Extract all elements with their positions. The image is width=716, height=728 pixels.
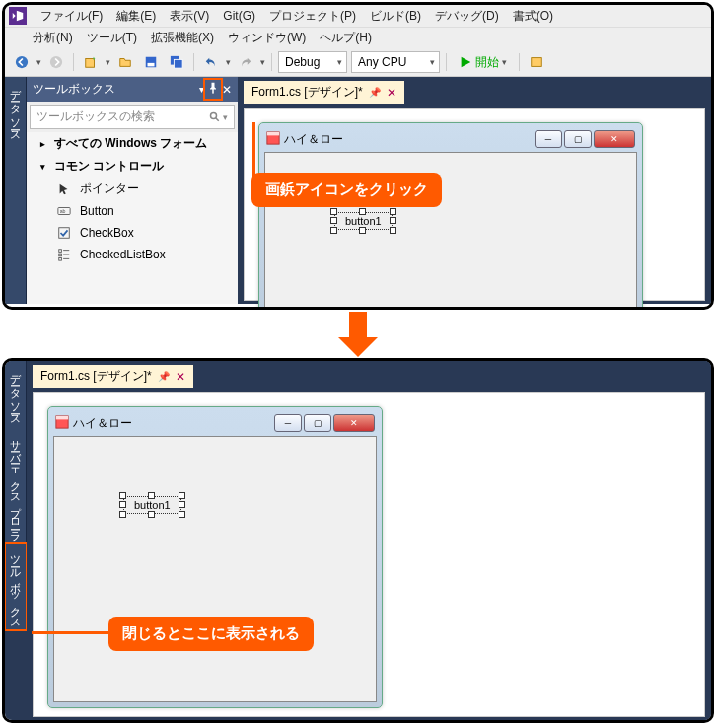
- window-close-button[interactable]: ✕: [594, 130, 635, 148]
- designer-button1[interactable]: button1: [123, 496, 181, 514]
- menu-bar-row2: 分析(N) ツール(T) 拡張機能(X) ウィンドウ(W) ヘルプ(H): [5, 28, 711, 48]
- svg-rect-2: [86, 59, 95, 68]
- menu-bar-row1: ファイル(F) 編集(E) 表示(V) Git(G) プロジェクト(P) ビルド…: [5, 5, 711, 28]
- tab-pin-icon[interactable]: 📌: [158, 371, 170, 382]
- designer-surface[interactable]: ハイ＆ロー ─ ▢ ✕ button1: [33, 392, 705, 717]
- tab-close-icon[interactable]: ✕: [176, 370, 185, 384]
- close-icon[interactable]: ✕: [222, 83, 232, 97]
- undo-button[interactable]: [200, 51, 222, 73]
- svg-point-8: [211, 112, 217, 118]
- maximize-button[interactable]: ▢: [564, 130, 592, 148]
- document-tab-form1[interactable]: Form1.cs [デザイン]* 📌 ✕: [33, 365, 193, 388]
- nav-fwd-button[interactable]: [45, 51, 67, 73]
- config-combo[interactable]: Debug: [278, 51, 347, 73]
- document-tab-form1[interactable]: Form1.cs [デザイン]* 📌 ✕: [244, 81, 404, 104]
- arrow-down-icon: [338, 312, 378, 356]
- svg-rect-16: [267, 131, 279, 135]
- menu-item[interactable]: Git(G): [223, 9, 255, 23]
- tree-item-button[interactable]: ab Button: [27, 200, 238, 222]
- menu-item[interactable]: デバッグ(D): [435, 8, 499, 25]
- menu-item[interactable]: ファイル(F): [40, 8, 103, 25]
- svg-rect-12: [59, 250, 62, 253]
- menu-item[interactable]: プロジェクト(P): [269, 8, 356, 25]
- tab-pin-icon[interactable]: 📌: [369, 87, 381, 98]
- tree-group-all-windows-forms[interactable]: すべての Windows フォーム: [27, 132, 238, 155]
- toolbox-title: ツールボックス: [33, 81, 115, 98]
- side-tab-data-sources[interactable]: データ ソース: [5, 361, 27, 427]
- nav-back-button[interactable]: [11, 51, 33, 73]
- svg-rect-11: [59, 228, 70, 239]
- menu-item[interactable]: 拡張機能(X): [151, 30, 214, 46]
- open-button[interactable]: [114, 51, 136, 73]
- svg-rect-13: [59, 254, 62, 256]
- menu-item[interactable]: 書式(O): [513, 8, 553, 25]
- maximize-button[interactable]: ▢: [304, 414, 331, 432]
- tree-item-checkbox[interactable]: CheckBox: [27, 222, 238, 244]
- save-all-button[interactable]: [166, 51, 187, 73]
- svg-rect-7: [532, 58, 542, 67]
- svg-point-1: [50, 56, 62, 68]
- tab-close-icon[interactable]: ✕: [387, 86, 396, 100]
- toolbox-tree: すべての Windows フォーム コモン コントロール ポインター ab Bu…: [27, 132, 238, 304]
- side-tab-server-explorer[interactable]: サーバー エクスプローラー: [5, 427, 27, 543]
- toolbox-header: ツールボックス ▾ ✕: [27, 77, 238, 102]
- svg-rect-14: [59, 258, 62, 261]
- pointer-icon: [56, 182, 72, 197]
- svg-rect-6: [174, 59, 182, 68]
- save-button[interactable]: [140, 51, 162, 73]
- toolbar: ▾ ▾ ▾ ▾ Debug Any CPU 開始 ▾: [5, 48, 711, 77]
- menu-item[interactable]: 表示(V): [170, 8, 209, 25]
- menu-item[interactable]: ツール(T): [87, 30, 137, 46]
- annotation-callout-2: 閉じるとここに表示される: [108, 617, 314, 651]
- side-tab-data-sources[interactable]: データ ソース: [5, 77, 27, 304]
- designer-area: Form1.cs [デザイン]* 📌 ✕ ハイ＆ロー ─ ▢: [27, 361, 711, 720]
- form-icon: [55, 415, 69, 432]
- designer-button1[interactable]: button1: [334, 212, 393, 230]
- form-preview[interactable]: ハイ＆ロー ─ ▢ ✕ button1: [47, 406, 383, 708]
- side-tab-toolbox[interactable]: ツールボックス: [5, 543, 27, 630]
- annotation-callout-1: 画鋲アイコンをクリック: [251, 173, 442, 207]
- button-icon: ab: [56, 203, 72, 219]
- start-debug-button[interactable]: 開始 ▾: [453, 54, 513, 71]
- menu-item[interactable]: 編集(E): [116, 8, 156, 25]
- checkedlistbox-icon: [56, 247, 72, 262]
- tree-item-checkedlistbox[interactable]: CheckedListBox: [27, 244, 238, 265]
- menu-item[interactable]: ビルド(B): [370, 8, 421, 25]
- pin-icon[interactable]: [206, 81, 220, 98]
- form-title: ハイ＆ロー: [73, 415, 132, 432]
- checkbox-icon: [56, 225, 72, 241]
- form-title: ハイ＆ロー: [284, 131, 343, 148]
- menu-item[interactable]: ウィンドウ(W): [228, 30, 306, 46]
- svg-point-0: [16, 56, 28, 68]
- new-project-button[interactable]: [80, 51, 102, 73]
- menu-item[interactable]: 分析(N): [33, 30, 73, 46]
- minimize-button[interactable]: ─: [535, 130, 562, 148]
- svg-rect-4: [148, 63, 155, 67]
- form-icon: [266, 131, 280, 148]
- svg-text:ab: ab: [60, 208, 66, 214]
- tree-item-pointer[interactable]: ポインター: [27, 178, 238, 200]
- menu-item[interactable]: ヘルプ(H): [320, 30, 372, 46]
- dropdown-icon[interactable]: ▾: [199, 84, 204, 95]
- toolbox-search-input[interactable]: ツールボックスの検索 ▾: [30, 105, 235, 129]
- search-icon: ▾: [209, 111, 228, 123]
- toolbox-panel: ツールボックス ▾ ✕ ツールボックスの検索 ▾ すべての Windows フォ…: [27, 77, 238, 304]
- form-client-area[interactable]: button1: [53, 436, 377, 702]
- minimize-button[interactable]: ─: [274, 414, 302, 432]
- form-preview[interactable]: ハイ＆ロー ─ ▢ ✕ button1: [258, 122, 643, 310]
- redo-button[interactable]: [235, 51, 256, 73]
- window-close-button[interactable]: ✕: [333, 414, 375, 432]
- extra-button[interactable]: [526, 51, 547, 73]
- vs-logo-icon: [9, 7, 27, 25]
- platform-combo[interactable]: Any CPU: [351, 51, 440, 73]
- svg-rect-18: [56, 415, 68, 419]
- tree-group-common-controls[interactable]: コモン コントロール: [27, 155, 238, 178]
